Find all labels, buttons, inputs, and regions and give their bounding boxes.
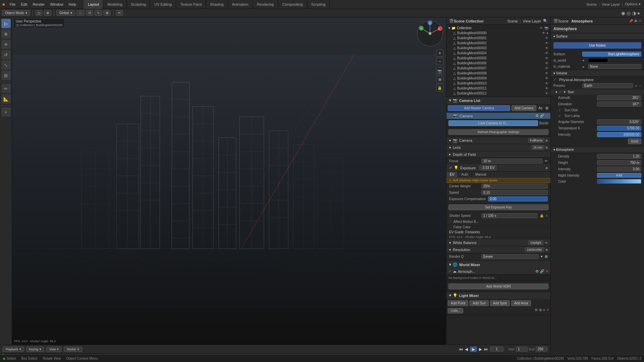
add-spot-btn[interactable]: Add Spot bbox=[490, 300, 510, 306]
transform-btn[interactable]: ⊞ bbox=[103, 10, 111, 16]
false-color-checkbox[interactable]: □ bbox=[449, 225, 451, 229]
camera-list-collapse-icon[interactable]: ▾ bbox=[449, 98, 451, 103]
eye-icon-5[interactable]: 👁 bbox=[545, 56, 548, 60]
ev-tab[interactable]: EV bbox=[446, 172, 458, 177]
exposure-value-display[interactable]: -3.03 EV bbox=[479, 165, 496, 170]
current-frame-input[interactable]: 1 bbox=[490, 347, 503, 352]
eye-icon-12[interactable]: 👁 bbox=[545, 92, 548, 95]
lens-value-display[interactable]: 25 mm bbox=[532, 145, 544, 150]
center-weight-value[interactable]: 25% bbox=[481, 184, 548, 189]
rotate-tool-icon[interactable]: ↺ bbox=[1, 50, 11, 59]
collection-root-item[interactable]: ▾ 📁 Collection 👁 📷 bbox=[446, 25, 550, 31]
eye-icon-11[interactable]: 👁 bbox=[545, 86, 548, 90]
scale-btn[interactable]: ⤡ bbox=[95, 10, 102, 16]
tab-animation[interactable]: Animation bbox=[228, 0, 253, 9]
move-tool-icon[interactable]: ✛ bbox=[1, 40, 11, 49]
density-value[interactable]: 1.20 bbox=[597, 154, 641, 159]
surface-section-header[interactable]: ▾ Surface bbox=[551, 33, 644, 40]
collection-mesh-item-8[interactable]: △ BuildingMesh00008 👁 bbox=[446, 71, 550, 76]
preset-dropdown[interactable]: Earth bbox=[582, 83, 633, 88]
search-icon[interactable]: 🔍 bbox=[543, 19, 548, 23]
checkbox-camera-icon[interactable]: ✓ bbox=[448, 114, 451, 118]
collection-mesh-item-10[interactable]: △ BuildingMesh00010 👁 bbox=[446, 81, 550, 86]
annotate-tool-icon[interactable]: ✏ bbox=[1, 84, 11, 93]
eye-icon-4[interactable]: 👁 bbox=[545, 51, 548, 55]
focus-value[interactable]: 10 m bbox=[481, 159, 543, 164]
surface-value[interactable]: StarLightAtmosphere bbox=[582, 52, 641, 57]
view-layer-selector[interactable]: View Layer bbox=[602, 2, 620, 6]
collection-mesh-item-0[interactable]: △ BuildingMesh00000 👁 ● bbox=[446, 31, 550, 36]
eye-icon-2[interactable]: 👁 bbox=[545, 41, 548, 45]
collection-mesh-item-5[interactable]: △ BuildingMesh00005 👁 bbox=[446, 56, 550, 61]
move-btn[interactable]: ↔ bbox=[76, 10, 85, 16]
eye-icon-7[interactable]: 👁 bbox=[545, 66, 548, 70]
atmo-intensity-value[interactable]: 3.00 bbox=[597, 167, 641, 172]
add-world-hdri-btn[interactable]: Add World HDRI bbox=[448, 284, 548, 289]
light-coll-btn[interactable]: Colle... bbox=[448, 308, 463, 313]
tab-rendering[interactable]: Rendering bbox=[253, 0, 278, 9]
select-box-btn[interactable]: ◻ bbox=[35, 10, 43, 16]
file-menu[interactable]: File bbox=[7, 2, 18, 7]
atmo-sub-section-header[interactable]: ▾ Atmosphere bbox=[551, 146, 644, 153]
marker-dropdown[interactable]: Marker ▾ bbox=[64, 347, 82, 352]
wb-value[interactable]: Daylight bbox=[528, 240, 543, 245]
transform-dropdown[interactable]: Global ▾ bbox=[56, 10, 75, 16]
camera-list-icon-2[interactable]: ≡ bbox=[546, 138, 548, 142]
tab-shading[interactable]: Shading bbox=[206, 0, 228, 9]
active-camera-item[interactable]: ✓ 📷 Camera ⚙ 🔗 ✕ bbox=[446, 113, 550, 119]
elevation-value[interactable]: 187° bbox=[597, 102, 641, 107]
options-menu[interactable]: Options ▾ bbox=[625, 2, 641, 6]
lock-view-btn[interactable]: 🔒 bbox=[436, 84, 443, 92]
edit-menu[interactable]: Edit bbox=[18, 2, 30, 7]
render-q-chevron[interactable]: ▾ bbox=[541, 254, 543, 259]
viewport-shading-material[interactable]: ◑ bbox=[632, 10, 636, 16]
add-sun-btn[interactable]: Add Sun bbox=[470, 300, 488, 306]
viewport-shading-wire[interactable]: ◎ bbox=[627, 10, 631, 16]
shutter-speed-value[interactable]: 1 / 100 s bbox=[481, 213, 538, 218]
physical-atmo-checkbox[interactable]: ✓ bbox=[553, 77, 556, 82]
wb-picker-icon[interactable]: ✏ bbox=[545, 241, 548, 245]
sun-intensity-value[interactable]: 200000.00 bbox=[597, 132, 641, 137]
sun-checkbox[interactable]: ✓ bbox=[559, 90, 561, 94]
navigation-gizmo[interactable]: X Y Z bbox=[417, 20, 443, 47]
render-menu[interactable]: Render bbox=[30, 2, 47, 7]
tab-uv-editing[interactable]: UV Editing bbox=[150, 0, 176, 9]
set-exposure-key-btn[interactable]: Set Exposure Key bbox=[448, 204, 548, 210]
viewport-shading-render[interactable]: ● bbox=[637, 10, 640, 16]
refresh-photographer-btn[interactable]: Refresh Photographer Settings bbox=[448, 129, 548, 135]
resolution-list-icon[interactable]: ≡ bbox=[546, 248, 548, 252]
sun-disk-checkbox[interactable]: ✓ bbox=[558, 108, 561, 112]
atmo-close-header-icon[interactable]: ✕ bbox=[639, 19, 641, 23]
grid-toggle-btn[interactable]: ⊞ bbox=[436, 76, 443, 83]
render-q-icon[interactable]: ⊞ bbox=[545, 254, 548, 259]
collection-mesh-item-6[interactable]: △ BuildingMesh00006 👁 bbox=[446, 61, 550, 66]
end-frame-input[interactable]: 250 bbox=[536, 347, 547, 352]
atmo-link-icon[interactable]: 🔗 bbox=[540, 269, 544, 274]
manual-tab[interactable]: Manual bbox=[472, 172, 490, 177]
camera-link-icon[interactable]: 🔗 bbox=[540, 114, 544, 118]
affect-checkbox[interactable]: □ bbox=[449, 220, 451, 224]
camera-close-icon[interactable]: ✕ bbox=[545, 114, 548, 118]
start-frame-input[interactable]: 1 bbox=[516, 347, 528, 352]
play-btn[interactable]: ▶ bbox=[470, 347, 477, 352]
atmo-checkbox[interactable]: ✓ bbox=[448, 269, 451, 274]
light-mixer-collapse[interactable]: ▾ bbox=[449, 293, 451, 298]
add-master-camera-btn[interactable]: Add Master Camera bbox=[448, 105, 510, 111]
annotate-btn[interactable]: ✏ bbox=[116, 10, 123, 16]
scale-tool-icon[interactable]: ⤡ bbox=[1, 60, 11, 70]
lens-list-icon[interactable]: ≡ bbox=[546, 145, 548, 149]
light-grid-icon[interactable]: ⊞ bbox=[539, 308, 542, 313]
object-mode-dropdown[interactable]: Object Mode ▾ bbox=[2, 10, 30, 16]
in-world-color-swatch[interactable] bbox=[588, 58, 608, 63]
wb-section-header[interactable]: ▾ White Balance Daylight ✏ bbox=[446, 239, 550, 246]
render-q-value[interactable]: Eevee bbox=[481, 254, 539, 259]
lock-camera-btn[interactable]: Lock Camera to Vi... bbox=[448, 120, 538, 126]
auto-tab[interactable]: Auto bbox=[458, 172, 472, 177]
camera-sort-icon[interactable]: ⊞ bbox=[545, 105, 549, 111]
window-menu[interactable]: Window bbox=[48, 2, 65, 7]
shutter-edit-icon[interactable]: ≡ bbox=[546, 214, 548, 218]
skip-end-btn[interactable]: ⏭ bbox=[484, 347, 488, 352]
use-nodes-btn[interactable]: Use Nodes bbox=[553, 42, 641, 49]
zoom-out-btn[interactable]: − bbox=[436, 58, 443, 65]
eye-icon-3[interactable]: 👁 bbox=[545, 46, 548, 50]
